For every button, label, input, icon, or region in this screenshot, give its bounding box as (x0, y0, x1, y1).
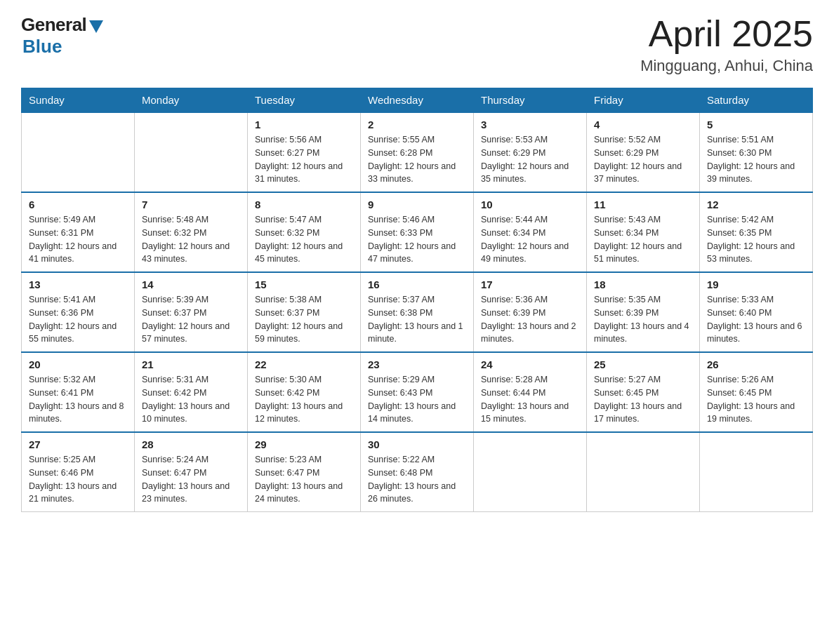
day-info: Sunrise: 5:28 AM Sunset: 6:44 PM Dayligh… (481, 373, 579, 426)
day-info: Sunrise: 5:35 AM Sunset: 6:39 PM Dayligh… (594, 293, 692, 346)
calendar-cell: 10Sunrise: 5:44 AM Sunset: 6:34 PM Dayli… (474, 192, 587, 272)
day-number: 21 (142, 358, 240, 370)
calendar-cell: 4Sunrise: 5:52 AM Sunset: 6:29 PM Daylig… (587, 112, 700, 192)
calendar-cell: 2Sunrise: 5:55 AM Sunset: 6:28 PM Daylig… (361, 112, 474, 192)
day-info: Sunrise: 5:36 AM Sunset: 6:39 PM Dayligh… (481, 293, 579, 346)
day-info: Sunrise: 5:25 AM Sunset: 6:46 PM Dayligh… (29, 453, 127, 506)
calendar-cell: 1Sunrise: 5:56 AM Sunset: 6:27 PM Daylig… (248, 112, 361, 192)
day-info: Sunrise: 5:37 AM Sunset: 6:38 PM Dayligh… (368, 293, 466, 346)
day-number: 22 (255, 358, 353, 370)
day-number: 14 (142, 279, 240, 290)
calendar-day-header: Thursday (474, 88, 587, 113)
day-info: Sunrise: 5:26 AM Sunset: 6:45 PM Dayligh… (707, 373, 805, 426)
calendar-cell: 20Sunrise: 5:32 AM Sunset: 6:41 PM Dayli… (22, 352, 135, 432)
calendar-cell (587, 432, 700, 512)
calendar-cell: 24Sunrise: 5:28 AM Sunset: 6:44 PM Dayli… (474, 352, 587, 432)
day-number: 12 (707, 199, 805, 210)
day-info: Sunrise: 5:33 AM Sunset: 6:40 PM Dayligh… (707, 293, 805, 346)
calendar-week-row: 13Sunrise: 5:41 AM Sunset: 6:36 PM Dayli… (22, 272, 813, 352)
day-info: Sunrise: 5:43 AM Sunset: 6:34 PM Dayligh… (594, 213, 692, 266)
calendar-cell: 30Sunrise: 5:22 AM Sunset: 6:48 PM Dayli… (361, 432, 474, 512)
day-info: Sunrise: 5:49 AM Sunset: 6:31 PM Dayligh… (29, 213, 127, 266)
calendar-cell: 19Sunrise: 5:33 AM Sunset: 6:40 PM Dayli… (700, 272, 813, 352)
day-number: 2 (368, 119, 466, 130)
day-number: 17 (481, 279, 579, 290)
day-info: Sunrise: 5:56 AM Sunset: 6:27 PM Dayligh… (255, 133, 353, 186)
day-info: Sunrise: 5:55 AM Sunset: 6:28 PM Dayligh… (368, 133, 466, 186)
day-number: 5 (707, 119, 805, 130)
calendar-cell: 28Sunrise: 5:24 AM Sunset: 6:47 PM Dayli… (135, 432, 248, 512)
day-info: Sunrise: 5:53 AM Sunset: 6:29 PM Dayligh… (481, 133, 579, 186)
day-number: 18 (594, 279, 692, 290)
calendar-cell: 23Sunrise: 5:29 AM Sunset: 6:43 PM Dayli… (361, 352, 474, 432)
day-number: 30 (368, 438, 466, 450)
day-number: 23 (368, 358, 466, 370)
day-info: Sunrise: 5:24 AM Sunset: 6:47 PM Dayligh… (142, 453, 240, 506)
calendar-week-row: 20Sunrise: 5:32 AM Sunset: 6:41 PM Dayli… (22, 352, 813, 432)
calendar-cell: 7Sunrise: 5:48 AM Sunset: 6:32 PM Daylig… (135, 192, 248, 272)
day-info: Sunrise: 5:51 AM Sunset: 6:30 PM Dayligh… (707, 133, 805, 186)
day-info: Sunrise: 5:44 AM Sunset: 6:34 PM Dayligh… (481, 213, 579, 266)
page-header: General Blue April 2025 Mingguang, Anhui… (21, 14, 813, 75)
day-number: 19 (707, 279, 805, 290)
day-number: 8 (255, 199, 353, 210)
day-number: 25 (594, 358, 692, 370)
day-number: 1 (255, 119, 353, 130)
calendar-cell: 13Sunrise: 5:41 AM Sunset: 6:36 PM Dayli… (22, 272, 135, 352)
day-info: Sunrise: 5:22 AM Sunset: 6:48 PM Dayligh… (368, 453, 466, 506)
day-number: 6 (29, 199, 127, 210)
day-number: 26 (707, 358, 805, 370)
logo-triangle-icon (89, 20, 103, 33)
calendar-cell: 22Sunrise: 5:30 AM Sunset: 6:42 PM Dayli… (248, 352, 361, 432)
calendar-cell: 26Sunrise: 5:26 AM Sunset: 6:45 PM Dayli… (700, 352, 813, 432)
calendar-cell: 3Sunrise: 5:53 AM Sunset: 6:29 PM Daylig… (474, 112, 587, 192)
calendar-cell: 27Sunrise: 5:25 AM Sunset: 6:46 PM Dayli… (22, 432, 135, 512)
calendar-cell: 16Sunrise: 5:37 AM Sunset: 6:38 PM Dayli… (361, 272, 474, 352)
day-number: 27 (29, 438, 127, 450)
day-info: Sunrise: 5:27 AM Sunset: 6:45 PM Dayligh… (594, 373, 692, 426)
day-info: Sunrise: 5:23 AM Sunset: 6:47 PM Dayligh… (255, 453, 353, 506)
calendar-table: SundayMondayTuesdayWednesdayThursdayFrid… (21, 88, 813, 512)
day-info: Sunrise: 5:31 AM Sunset: 6:42 PM Dayligh… (142, 373, 240, 426)
calendar-cell (700, 432, 813, 512)
calendar-cell: 11Sunrise: 5:43 AM Sunset: 6:34 PM Dayli… (587, 192, 700, 272)
calendar-week-row: 27Sunrise: 5:25 AM Sunset: 6:46 PM Dayli… (22, 432, 813, 512)
calendar-cell: 12Sunrise: 5:42 AM Sunset: 6:35 PM Dayli… (700, 192, 813, 272)
calendar-week-row: 6Sunrise: 5:49 AM Sunset: 6:31 PM Daylig… (22, 192, 813, 272)
day-info: Sunrise: 5:38 AM Sunset: 6:37 PM Dayligh… (255, 293, 353, 346)
day-info: Sunrise: 5:41 AM Sunset: 6:36 PM Dayligh… (29, 293, 127, 346)
logo-general-text: General (21, 14, 86, 36)
calendar-day-header: Tuesday (248, 88, 361, 113)
calendar-day-header: Saturday (700, 88, 813, 113)
day-info: Sunrise: 5:30 AM Sunset: 6:42 PM Dayligh… (255, 373, 353, 426)
day-number: 9 (368, 199, 466, 210)
day-number: 10 (481, 199, 579, 210)
day-info: Sunrise: 5:39 AM Sunset: 6:37 PM Dayligh… (142, 293, 240, 346)
day-number: 11 (594, 199, 692, 210)
calendar-day-header: Friday (587, 88, 700, 113)
day-number: 13 (29, 279, 127, 290)
logo-blue-text: Blue (22, 36, 62, 58)
calendar-cell: 14Sunrise: 5:39 AM Sunset: 6:37 PM Dayli… (135, 272, 248, 352)
calendar-cell: 6Sunrise: 5:49 AM Sunset: 6:31 PM Daylig… (22, 192, 135, 272)
day-info: Sunrise: 5:46 AM Sunset: 6:33 PM Dayligh… (368, 213, 466, 266)
calendar-week-row: 1Sunrise: 5:56 AM Sunset: 6:27 PM Daylig… (22, 112, 813, 192)
calendar-cell: 21Sunrise: 5:31 AM Sunset: 6:42 PM Dayli… (135, 352, 248, 432)
calendar-cell (22, 112, 135, 192)
calendar-cell (474, 432, 587, 512)
title-block: April 2025 Mingguang, Anhui, China (640, 14, 813, 75)
calendar-header-row: SundayMondayTuesdayWednesdayThursdayFrid… (22, 88, 813, 113)
day-number: 24 (481, 358, 579, 370)
calendar-day-header: Wednesday (361, 88, 474, 113)
calendar-cell: 8Sunrise: 5:47 AM Sunset: 6:32 PM Daylig… (248, 192, 361, 272)
day-number: 4 (594, 119, 692, 130)
calendar-cell: 9Sunrise: 5:46 AM Sunset: 6:33 PM Daylig… (361, 192, 474, 272)
day-info: Sunrise: 5:48 AM Sunset: 6:32 PM Dayligh… (142, 213, 240, 266)
calendar-cell: 5Sunrise: 5:51 AM Sunset: 6:30 PM Daylig… (700, 112, 813, 192)
day-info: Sunrise: 5:52 AM Sunset: 6:29 PM Dayligh… (594, 133, 692, 186)
calendar-title: April 2025 (640, 14, 813, 54)
calendar-cell: 15Sunrise: 5:38 AM Sunset: 6:37 PM Dayli… (248, 272, 361, 352)
calendar-cell: 18Sunrise: 5:35 AM Sunset: 6:39 PM Dayli… (587, 272, 700, 352)
calendar-day-header: Monday (135, 88, 248, 113)
day-info: Sunrise: 5:47 AM Sunset: 6:32 PM Dayligh… (255, 213, 353, 266)
